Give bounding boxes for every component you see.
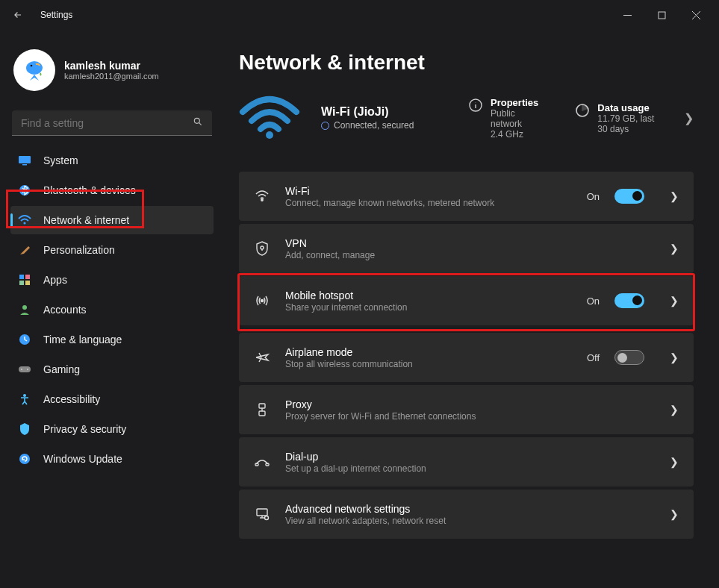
- chevron-right-icon: ❯: [670, 295, 679, 307]
- card-sub: Set up a dial-up internet connection: [285, 463, 426, 474]
- properties-line1: Public network: [491, 108, 541, 129]
- properties-line2: 2.4 GHz: [491, 129, 541, 140]
- accounts-icon: [18, 303, 31, 316]
- svg-rect-18: [19, 366, 31, 372]
- sidebar-item-network[interactable]: Network & internet: [10, 206, 214, 234]
- svg-rect-9: [22, 164, 27, 166]
- properties-block[interactable]: Properties Public network 2.4 GHz: [469, 97, 541, 140]
- sidebar-item-system[interactable]: System: [10, 146, 214, 175]
- info-icon: [469, 97, 483, 113]
- svg-point-31: [261, 300, 264, 302]
- titlebar: Settings: [0, 0, 719, 30]
- svg-point-23: [266, 131, 273, 139]
- properties-head: Properties: [491, 97, 541, 108]
- card-proxy[interactable]: Proxy Proxy server for Wi-Fi and Etherne…: [239, 385, 694, 434]
- card-vpn[interactable]: VPN Add, connect, manage ❯: [239, 224, 694, 273]
- card-wifi[interactable]: Wi-Fi Connect, manage known networks, me…: [239, 172, 694, 221]
- data-usage-head: Data usage: [597, 102, 659, 113]
- wifi-large-icon: [239, 96, 300, 140]
- data-usage-icon: [575, 102, 590, 119]
- sidebar-item-accessibility[interactable]: Accessibility: [10, 385, 214, 413]
- brush-icon: [18, 243, 31, 257]
- wifi-toggle[interactable]: [614, 189, 644, 204]
- sidebar-item-privacy[interactable]: Privacy & security: [10, 415, 214, 443]
- svg-rect-37: [257, 509, 267, 516]
- chevron-right-icon: ❯: [670, 456, 679, 468]
- sidebar-item-bluetooth[interactable]: Bluetooth & devices: [10, 176, 214, 204]
- accessibility-icon: [18, 392, 31, 406]
- toggle-label: On: [587, 295, 600, 307]
- hotspot-toggle[interactable]: [614, 293, 644, 308]
- sidebar-item-label: Windows Update: [43, 453, 122, 465]
- chevron-right-icon: ❯: [670, 508, 679, 520]
- search-input[interactable]: [21, 117, 193, 129]
- airplane-toggle[interactable]: [614, 350, 644, 365]
- close-button[interactable]: [679, 3, 713, 27]
- clock-icon: [18, 333, 31, 346]
- content: Network & internet Wi-Fi (JioJi) Connect…: [224, 30, 719, 588]
- toggle-label: On: [587, 191, 600, 202]
- page-title: Network & internet: [239, 51, 694, 75]
- back-button[interactable]: [6, 3, 30, 27]
- card-dialup[interactable]: Dial-up Set up a dial-up internet connec…: [239, 437, 694, 487]
- sidebar-item-personalization[interactable]: Personalization: [10, 236, 214, 264]
- svg-rect-8: [19, 156, 31, 163]
- data-usage-block[interactable]: Data usage 11.79 GB, last 30 days: [575, 102, 659, 134]
- card-mobile-hotspot[interactable]: Mobile hotspot Share your internet conne…: [239, 276, 694, 325]
- svg-rect-1: [659, 12, 665, 19]
- sidebar-item-update[interactable]: Windows Update: [10, 445, 214, 473]
- avatar: [13, 49, 55, 91]
- sidebar-item-apps[interactable]: Apps: [10, 266, 214, 294]
- sidebar-item-label: Gaming: [43, 363, 80, 375]
- chevron-right-icon: ❯: [670, 351, 679, 363]
- card-sub: Add, connect, manage: [285, 250, 375, 260]
- airplane-icon: [254, 349, 270, 366]
- card-title: VPN: [285, 237, 375, 249]
- chevron-right-icon: ❯: [670, 243, 679, 254]
- user-email: kamlesh2011@gmail.com: [64, 72, 159, 81]
- apps-icon: [18, 273, 31, 287]
- card-title: Wi-Fi: [285, 185, 494, 197]
- user-block[interactable]: kamlesh kumar kamlesh2011@gmail.com: [6, 42, 218, 104]
- chevron-right-icon: ❯: [670, 404, 679, 416]
- svg-point-6: [194, 118, 199, 123]
- search-input-wrapper[interactable]: [12, 110, 212, 136]
- svg-rect-35: [255, 463, 258, 466]
- system-icon: [18, 154, 31, 167]
- svg-rect-14: [19, 281, 24, 285]
- sidebar-item-label: Bluetooth & devices: [43, 184, 136, 196]
- svg-point-40: [265, 516, 269, 520]
- sidebar-item-label: Privacy & security: [43, 423, 126, 435]
- sidebar-item-gaming[interactable]: Gaming: [10, 355, 214, 384]
- card-sub: Proxy server for Wi-Fi and Ethernet conn…: [285, 411, 476, 422]
- sidebar-item-label: System: [43, 154, 78, 166]
- svg-point-20: [27, 369, 28, 370]
- chevron-right-icon[interactable]: ❯: [684, 111, 694, 125]
- card-sub: Stop all wireless communication: [285, 359, 413, 369]
- svg-point-5: [31, 65, 33, 67]
- wifi-status: Connected, secured: [321, 120, 441, 131]
- sidebar-item-accounts[interactable]: Accounts: [10, 295, 214, 324]
- data-usage-line1: 11.79 GB, last 30 days: [597, 113, 659, 134]
- card-airplane[interactable]: Airplane mode Stop all wireless communic…: [239, 333, 694, 382]
- svg-line-7: [199, 122, 201, 125]
- card-advanced-network[interactable]: Advanced network settings View all netwo…: [239, 490, 694, 539]
- sidebar-item-time[interactable]: Time & language: [10, 325, 214, 354]
- card-title: Dial-up: [285, 451, 426, 463]
- user-name: kamlesh kumar: [64, 60, 159, 72]
- globe-icon: [321, 122, 329, 130]
- card-title: Advanced network settings: [285, 503, 446, 515]
- svg-rect-32: [259, 404, 265, 408]
- sidebar-item-label: Network & internet: [43, 214, 129, 226]
- minimize-button[interactable]: [610, 3, 644, 27]
- wifi-icon: [18, 213, 31, 227]
- settings-cards: Wi-Fi Connect, manage known networks, me…: [239, 172, 694, 539]
- maximize-button[interactable]: [644, 3, 679, 27]
- svg-rect-36: [266, 463, 269, 466]
- svg-point-28: [261, 199, 263, 201]
- wifi-icon: [254, 188, 270, 204]
- svg-point-16: [22, 305, 27, 310]
- shield-icon: [254, 240, 270, 257]
- sidebar-item-label: Accounts: [43, 304, 87, 316]
- dialup-icon: [254, 454, 270, 470]
